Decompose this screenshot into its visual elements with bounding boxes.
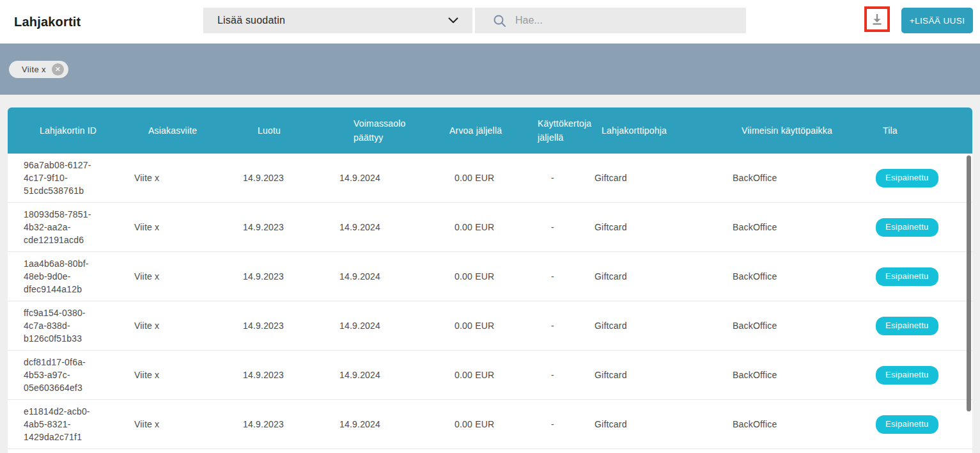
status-badge: Esipainettu xyxy=(876,218,938,237)
cell-asiakasviite: Viite x xyxy=(128,171,230,184)
add-filter-dropdown[interactable]: Lisää suodatin xyxy=(203,8,472,33)
cell-viimeisin-kayttopaikka: BackOffice xyxy=(720,221,871,234)
search-box xyxy=(475,8,746,33)
chevron-down-icon xyxy=(448,17,458,24)
cell-arvoa-jaljella: 0.00 EUR xyxy=(436,171,525,184)
cell-kayttokertoja-jaljella: - xyxy=(525,319,589,332)
status-badge: Esipainettu xyxy=(876,366,938,385)
cell-tila: Esipainettu xyxy=(871,267,972,286)
cell-viimeisin-kayttopaikka: BackOffice xyxy=(720,171,871,184)
status-badge: Esipainettu xyxy=(876,415,938,434)
cell-kayttokertoja-jaljella: - xyxy=(525,221,589,234)
cell-lahjakorttipohja: Giftcard xyxy=(589,418,720,431)
column-header-expires: Voimassaolo päättyy xyxy=(326,116,436,145)
cell-arvoa-jaljella: 0.00 EUR xyxy=(436,418,525,431)
cell-arvoa-jaljella: 0.00 EUR xyxy=(436,270,525,283)
cell-kayttokertoja-jaljella: - xyxy=(525,369,589,381)
table-body: 96a7ab08-6127-4c17-9f10-51cdc538761bViit… xyxy=(8,154,972,449)
cell-voimassaolo-paattyy: 14.9.2024 xyxy=(326,270,436,283)
cell-lahjakorttipohja: Giftcard xyxy=(589,369,720,381)
cell-voimassaolo-paattyy: 14.9.2024 xyxy=(326,221,436,234)
cell-asiakasviite: Viite x xyxy=(128,221,230,234)
cell-voimassaolo-paattyy: 14.9.2024 xyxy=(326,369,436,381)
table-row[interactable]: 1aa4b6a8-80bf-48eb-9d0e-dfec9144a12bViit… xyxy=(8,252,972,301)
cell-kayttokertoja-jaljella: - xyxy=(525,171,589,184)
column-header-template: Lahjakorttipohja xyxy=(589,123,720,138)
filter-chip-label: Viite x xyxy=(22,65,46,74)
cell-kayttokertoja-jaljella: - xyxy=(525,270,589,283)
column-header-status: Tila xyxy=(871,123,972,138)
cell-asiakasviite: Viite x xyxy=(128,369,230,381)
column-header-last-used: Viimeisin käyttöpaikka xyxy=(720,123,871,138)
cell-luotu: 14.9.2023 xyxy=(230,270,326,283)
cell-tila: Esipainettu xyxy=(871,317,972,335)
cell-viimeisin-kayttopaikka: BackOffice xyxy=(720,270,871,283)
download-icon xyxy=(871,13,883,26)
cell-id: dcf81d17-0f6a-4b53-a97c-05e603664ef3 xyxy=(8,356,128,394)
table-row[interactable]: 18093d58-7851-4b32-aa2a-cde12191acd6Viit… xyxy=(8,203,972,252)
active-filters-bar: Viite x ✕ xyxy=(0,44,980,95)
table-header-row: Lahjakortin ID Asiakasviite Luotu Voimas… xyxy=(8,107,972,154)
cell-tila: Esipainettu xyxy=(871,169,972,187)
status-badge: Esipainettu xyxy=(876,317,938,335)
cell-voimassaolo-paattyy: 14.9.2024 xyxy=(326,418,436,431)
column-header-id: Lahjakortin ID xyxy=(8,123,128,138)
table-row[interactable]: e11814d2-acb0-4ab5-8321-1429da2c71f1Viit… xyxy=(8,400,972,449)
cell-id: 96a7ab08-6127-4c17-9f10-51cdc538761b xyxy=(8,159,128,197)
add-filter-dropdown-label: Lisää suodatin xyxy=(217,15,285,26)
page-title: Lahjakortit xyxy=(14,15,81,29)
cell-luotu: 14.9.2023 xyxy=(230,369,326,381)
table-scrollbar[interactable] xyxy=(967,155,971,411)
column-header-uses-left: Käyttökertoja jäljellä xyxy=(525,116,589,145)
table-row[interactable]: dcf81d17-0f6a-4b53-a97c-05e603664ef3Viit… xyxy=(8,351,972,400)
cell-lahjakorttipohja: Giftcard xyxy=(589,221,720,234)
cell-id: e11814d2-acb0-4ab5-8321-1429da2c71f1 xyxy=(8,405,128,443)
add-new-button[interactable]: +LISÄÄ UUSI xyxy=(901,8,973,33)
giftcards-table: Lahjakortin ID Asiakasviite Luotu Voimas… xyxy=(8,107,972,453)
cell-viimeisin-kayttopaikka: BackOffice xyxy=(720,319,871,332)
search-input[interactable] xyxy=(515,15,736,26)
cell-luotu: 14.9.2023 xyxy=(230,418,326,431)
table-row[interactable]: 96a7ab08-6127-4c17-9f10-51cdc538761bViit… xyxy=(8,154,972,203)
column-header-customer-ref: Asiakasviite xyxy=(128,123,230,138)
cell-id: 1aa4b6a8-80bf-48eb-9d0e-dfec9144a12b xyxy=(8,257,128,296)
cell-viimeisin-kayttopaikka: BackOffice xyxy=(720,369,871,381)
column-header-value-left: Arvoa jäljellä xyxy=(436,123,525,138)
close-icon[interactable]: ✕ xyxy=(52,63,64,76)
download-button[interactable] xyxy=(867,9,887,29)
topbar: Lahjakortit Lisää suodatin +LISÄÄ UUSI xyxy=(0,0,980,44)
cell-id: ffc9a154-0380-4c7a-838d-b126c0f51b33 xyxy=(8,306,128,345)
filter-chip[interactable]: Viite x ✕ xyxy=(9,61,68,78)
cell-arvoa-jaljella: 0.00 EUR xyxy=(436,369,525,381)
cell-arvoa-jaljella: 0.00 EUR xyxy=(436,319,525,332)
cell-lahjakorttipohja: Giftcard xyxy=(589,319,720,332)
cell-tila: Esipainettu xyxy=(871,218,972,237)
download-highlight-box xyxy=(864,6,890,32)
cell-asiakasviite: Viite x xyxy=(128,270,230,283)
cell-asiakasviite: Viite x xyxy=(128,319,230,332)
cell-arvoa-jaljella: 0.00 EUR xyxy=(436,221,525,234)
status-badge: Esipainettu xyxy=(876,267,938,286)
search-icon xyxy=(493,14,506,28)
cell-lahjakorttipohja: Giftcard xyxy=(589,171,720,184)
table-row[interactable]: ffc9a154-0380-4c7a-838d-b126c0f51b33Viit… xyxy=(8,301,972,351)
cell-luotu: 14.9.2023 xyxy=(230,221,326,234)
cell-lahjakorttipohja: Giftcard xyxy=(589,270,720,283)
cell-voimassaolo-paattyy: 14.9.2024 xyxy=(326,319,436,332)
cell-viimeisin-kayttopaikka: BackOffice xyxy=(720,418,871,431)
content-area: Lahjakortin ID Asiakasviite Luotu Voimas… xyxy=(0,95,980,453)
cell-luotu: 14.9.2023 xyxy=(230,319,326,332)
cell-kayttokertoja-jaljella: - xyxy=(525,418,589,431)
cell-tila: Esipainettu xyxy=(871,415,972,434)
column-header-created: Luotu xyxy=(230,123,326,138)
cell-tila: Esipainettu xyxy=(871,366,972,385)
cell-id: 18093d58-7851-4b32-aa2a-cde12191acd6 xyxy=(8,208,128,246)
cell-asiakasviite: Viite x xyxy=(128,418,230,431)
cell-luotu: 14.9.2023 xyxy=(230,171,326,184)
cell-voimassaolo-paattyy: 14.9.2024 xyxy=(326,171,436,184)
status-badge: Esipainettu xyxy=(876,169,938,187)
